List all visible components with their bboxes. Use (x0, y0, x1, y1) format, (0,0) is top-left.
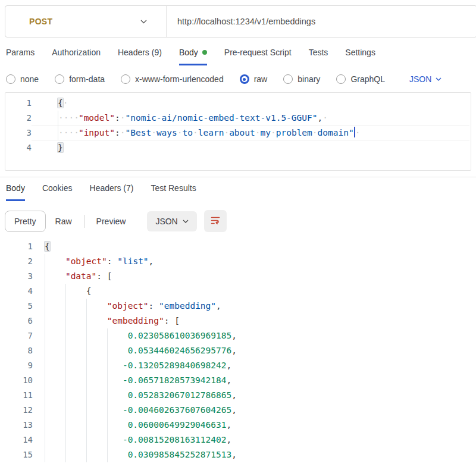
response-tab-cookies[interactable]: Cookies (42, 183, 73, 201)
code-line: 3"data": [ (0, 269, 476, 284)
response-tab-headers-7-[interactable]: Headers (7) (90, 183, 134, 201)
line-number: 3 (0, 269, 36, 284)
code-line: 2····"model":·"nomic-ai/nomic-embed-text… (5, 111, 471, 126)
body-type-option-x-www-form-urlencoded[interactable]: x-www-form-urlencoded (121, 74, 224, 84)
response-tab-body[interactable]: Body (6, 183, 25, 201)
indent-guide (45, 403, 65, 418)
url-input[interactable]: http://localhost:1234/v1/embeddings (167, 6, 476, 37)
raw-language-dropdown[interactable]: JSON (409, 74, 441, 84)
line-content: "object": "list", (36, 254, 154, 269)
line-content: 0.053446024656295776, (36, 343, 237, 358)
tab-authorization[interactable]: Authorization (52, 48, 101, 65)
radio-icon (121, 74, 130, 84)
line-content: } (41, 140, 63, 155)
body-type-option-GraphQL[interactable]: GraphQL (336, 74, 385, 84)
tab-params[interactable]: Params (6, 48, 35, 65)
indent-guide (86, 299, 107, 314)
code-line: 3····"input":·"Best·ways·to·learn·about·… (5, 126, 471, 140)
response-view-switch: PrettyRawPreview (5, 211, 135, 232)
wrap-lines-button[interactable] (204, 210, 227, 232)
tab-headers-9-[interactable]: Headers (9) (118, 48, 162, 65)
indent-guide (45, 418, 65, 433)
line-number: 2 (0, 254, 36, 269)
tab-label: Pre-request Script (224, 48, 292, 57)
indent-guide (45, 299, 65, 314)
code-line: 2"object": "list", (0, 254, 476, 269)
indent-guide (86, 388, 107, 403)
line-number: 1 (5, 96, 41, 111)
line-content: "data": [ (36, 269, 112, 284)
line-number: 14 (0, 433, 36, 447)
indent-guide (45, 269, 65, 284)
indent-guide (86, 433, 107, 447)
tab-body[interactable]: Body (179, 48, 207, 65)
tab-label: Headers (9) (118, 48, 162, 57)
indent-guide (86, 418, 107, 433)
tab-label: Params (6, 48, 35, 57)
radio-icon (283, 74, 293, 84)
view-pretty-button[interactable]: Pretty (5, 211, 46, 232)
tab-pre-request-script[interactable]: Pre-request Script (224, 48, 292, 65)
tab-label: Cookies (42, 183, 73, 193)
chevron-down-icon (436, 77, 441, 81)
indent-guide (86, 373, 107, 388)
radio-label: x-www-form-urlencoded (135, 74, 224, 84)
line-content: 0.06000649929046631, (36, 418, 231, 433)
request-tabs: ParamsAuthorizationHeaders (9)BodyPre-re… (0, 48, 476, 65)
body-type-option-form-data[interactable]: form-data (55, 74, 105, 84)
body-type-option-raw[interactable]: raw (240, 74, 268, 84)
line-number: 1 (0, 239, 36, 254)
line-number: 6 (0, 314, 36, 328)
tab-settings[interactable]: Settings (345, 48, 375, 65)
radio-icon (336, 74, 346, 84)
body-type-option-none[interactable]: none (6, 74, 39, 84)
radio-label: binary (298, 74, 320, 84)
line-number: 12 (0, 403, 36, 418)
toolbar-divider (84, 215, 84, 228)
code-line: 1{ (0, 239, 476, 254)
tab-label: Authorization (52, 48, 101, 57)
tab-label: Body (179, 48, 198, 57)
tab-tests[interactable]: Tests (309, 48, 328, 65)
indent-guide (107, 388, 128, 403)
indent-guide (107, 373, 123, 388)
code-line: 80.053446024656295776, (0, 343, 476, 358)
indent-guide (107, 433, 123, 447)
code-line: 9-0.13205289840698242, (0, 358, 476, 373)
indent-guide (65, 328, 86, 343)
line-content: 0.052832067012786865, (36, 388, 237, 403)
indent-guide (65, 358, 86, 373)
code-line: 70.023058610036969185, (0, 328, 476, 343)
line-number: 13 (0, 418, 36, 433)
indent-guide (45, 254, 65, 269)
line-content: -0.06571828573942184, (36, 373, 231, 388)
response-body-viewer[interactable]: 1{2"object": "list",3"data": [4{5"object… (0, 239, 476, 462)
chevron-down-icon (140, 20, 147, 24)
radio-label: raw (254, 74, 268, 84)
response-language-dropdown[interactable]: JSON (147, 211, 196, 231)
chevron-down-icon (183, 220, 189, 223)
indent-guide (65, 447, 86, 462)
body-type-option-binary[interactable]: binary (283, 74, 320, 84)
indent-guide (65, 284, 86, 299)
indent-guide (45, 373, 65, 388)
line-content: 0.030985845252871513, (36, 447, 237, 462)
indent-guide (45, 328, 65, 343)
indent-guide (65, 343, 86, 358)
line-content: { (36, 239, 50, 254)
indent-guide (65, 433, 86, 447)
radio-icon (55, 74, 64, 84)
method-selector[interactable]: POST (5, 6, 166, 37)
line-number: 9 (0, 358, 36, 373)
indent-guide (45, 284, 65, 299)
code-line: 130.06000649929046631, (0, 418, 476, 433)
tab-label: Settings (345, 48, 375, 57)
indent-guide (45, 343, 65, 358)
line-number: 8 (0, 343, 36, 358)
indent-guide (86, 447, 107, 462)
line-content: "object": "embedding", (36, 299, 221, 314)
view-preview-button[interactable]: Preview (87, 211, 136, 232)
view-raw-button[interactable]: Raw (46, 211, 82, 232)
request-body-editor[interactable]: 1{·2····"model":·"nomic-ai/nomic-embed-t… (5, 92, 471, 171)
response-tab-test-results[interactable]: Test Results (151, 183, 196, 201)
